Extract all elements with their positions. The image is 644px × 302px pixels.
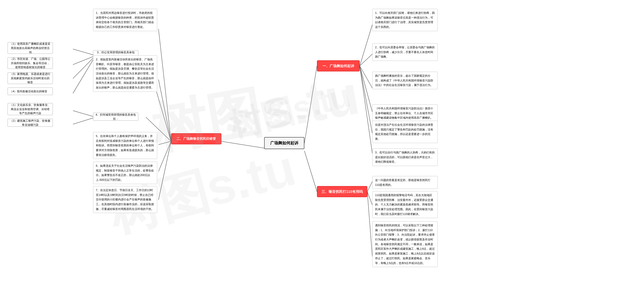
police-item-3: （3）家用电器、乐器或者是进行其他家庭室内娱乐活动时发出的噪音 bbox=[8, 72, 53, 84]
right-text-3-content: 跳广场舞时播放的音乐，超出了国家规定的分贝，就构成了《中华人民共和国环境噪音污染… bbox=[375, 74, 433, 87]
level1-node-1[interactable]: 一、广场舞如何起诉 bbox=[317, 60, 360, 71]
right-text-7-content: 这一问题的答案是肯定的，那就是噪音扰民打110是有用的。 bbox=[375, 179, 430, 186]
chengguan-item-1: （1）文化娱乐业、饮食服务业、商业企业业和使用空调、冷却塔等产生的噪声污染 bbox=[8, 103, 53, 115]
sub-branch-chengguan-label: 4、归市城管局管理的噪音具体包括： bbox=[95, 113, 136, 121]
right-text-9: 遇到噪音扰民的情况，可以采取以下三种处理措施：1、向当地环境保护部门投诉；2、拨… bbox=[372, 221, 438, 267]
left-text-1: 1、当居民对周边噪音进行投诉时，市政府的投诉受理中心会根据噪音的种类，把投诉件超… bbox=[93, 9, 157, 31]
svg-line-25 bbox=[367, 192, 372, 205]
right-text-6-content: 3、也可以自行与跳广场舞的人协商，大妈们有的是比较好说话的，可以跟他们讲是在声音… bbox=[375, 151, 435, 163]
svg-line-22 bbox=[360, 66, 372, 133]
right-text-8: 110是我国通用的报警电话号码，其在大陆地区除负责受理刑事、治安案件外，还接受群… bbox=[372, 191, 438, 218]
svg-line-13 bbox=[158, 29, 171, 141]
chengguan-item-1-label: （1）文化娱乐业、饮食服务业、商业企业业和使用空调、冷却塔等产生的噪声污染 bbox=[10, 103, 51, 115]
level1-label-0: 二、广场舞噪音扰民归谁管 bbox=[177, 136, 216, 141]
svg-line-15 bbox=[158, 141, 171, 145]
chengguan-item-2: （2）建筑施工噪声污染、饮食服务业油烟污染 bbox=[8, 119, 53, 127]
canvas: 树图s.tu 树图s.tu bbox=[0, 0, 644, 302]
left-text-1-content: 1、当居民对周边噪音进行投诉时，市政府的投诉受理中心会根据噪音的种类，把投诉件超… bbox=[96, 11, 154, 28]
svg-line-16 bbox=[158, 141, 171, 171]
watermark-big: 树图s.tu bbox=[146, 58, 365, 168]
svg-line-11 bbox=[73, 111, 96, 117]
level1-label-2: 三、噪音扰民打110有用吗 bbox=[321, 189, 363, 194]
right-text-1-content: 1、可以向相关部门反映，请他们来进行协商，因为跑广场舞如果说噪音过高是一种违法行… bbox=[375, 11, 435, 28]
right-text-4-content: 《中华人民共和国环境噪音污染防治法》第四十五条明确规定，禁止任何单位、个人在城市… bbox=[375, 107, 433, 119]
svg-line-26 bbox=[367, 192, 372, 256]
svg-line-12 bbox=[73, 117, 96, 124]
police-item-2-label: （2）市区街道、广场、公园等公共场所组织娱乐、集会等活动，使用音响器材发出的噪音 bbox=[10, 57, 51, 69]
svg-line-3 bbox=[304, 66, 317, 143]
svg-line-2 bbox=[221, 141, 264, 148]
svg-line-23 bbox=[360, 66, 372, 153]
svg-line-18 bbox=[360, 25, 372, 66]
police-item-4: （4）室内装修活动发出的噪音 bbox=[8, 88, 53, 95]
svg-line-9 bbox=[73, 56, 96, 78]
left-text-5-content: 7、在法定休息日、节假日全天、工作日的12时至14时以及18时到次日8时的时候，… bbox=[96, 189, 154, 210]
left-text-3-content: 5、任何单位和个人都有保护声环境的义务，并且有权利对造成噪音污染的单位和个人进行… bbox=[96, 135, 154, 156]
right-text-5-content: 但是对违法产生社会生活环境噪音污染的法律责任，我国只规定了警告和罚款的处罚措施，… bbox=[375, 123, 433, 140]
left-text-2-content: 2、假如是室内装修活动所发出的噪音、广场高音喇叭、叫卖等噪音，都是由公安机关为主… bbox=[96, 58, 154, 89]
svg-line-21 bbox=[360, 66, 372, 112]
left-text-4-content: 6、如果违反关于社会生活噪声污染防治的法律规定，制造噪音干扰他人正常生活的，处警… bbox=[96, 164, 154, 181]
right-text-2: 2、也可以向居委会举报，让居委会与跳广场舞的人进行协商，减少分贝，尽量不要在人休… bbox=[372, 43, 438, 61]
svg-line-10 bbox=[73, 56, 96, 93]
svg-line-17 bbox=[158, 141, 171, 200]
center-node: 广场舞如何起诉 bbox=[264, 137, 304, 149]
svg-line-8 bbox=[73, 56, 96, 65]
police-item-2: （2）市区街道、广场、公园等公共场所组织娱乐、集会等活动，使用音响器材发出的噪音 bbox=[8, 57, 53, 69]
right-text-6: 3、也可以自行与跳广场舞的人协商，大妈们有的是比较好说话的，可以跟他们讲是在声音… bbox=[372, 148, 438, 166]
police-item-3-label: （3）家用电器、乐器或者是进行其他家庭室内娱乐活动时发出的噪音 bbox=[10, 72, 51, 84]
left-text-5: 7、在法定休息日、节假日全天、工作日的12时至14时以及18时到次日8时的时候，… bbox=[93, 186, 157, 213]
right-text-3: 跳广场舞时播放的音乐，超出了国家规定的分贝，就构成了《中华人民共和国环境噪音污染… bbox=[372, 72, 438, 89]
svg-line-4 bbox=[304, 151, 317, 192]
svg-line-19 bbox=[360, 54, 372, 66]
level1-node-0[interactable]: 二、广场舞噪音扰民归谁管 bbox=[171, 133, 221, 144]
level1-node-2[interactable]: 三、噪音扰民打110有用吗 bbox=[317, 186, 367, 197]
left-text-3: 5、任何单位和个人都有保护声环境的义务，并且有权利对造成噪音污染的单位和个人进行… bbox=[93, 132, 157, 159]
right-text-2-content: 2、也可以向居委会举报，让居委会与跳广场舞的人进行协商，减少分贝，尽量不要在人休… bbox=[375, 46, 435, 58]
chengguan-item-2-label: （2）建筑施工噪声污染、饮食服务业油烟污染 bbox=[10, 119, 51, 127]
center-node-label: 广场舞如何起诉 bbox=[270, 140, 298, 146]
police-item-4-label: （4）室内装修活动发出的噪音 bbox=[10, 89, 47, 94]
right-text-5: 但是对违法产生社会生活环境噪音污染的法律责任，我国只规定了警告和罚款的处罚措施，… bbox=[372, 121, 438, 143]
right-text-7: 这一问题的答案是肯定的，那就是噪音扰民打110是有用的。 bbox=[372, 176, 438, 189]
right-text-8-content: 110是我国通用的报警电话号码，其在大陆地区除负责受理刑事、治安案件外，还接受群… bbox=[375, 194, 433, 215]
right-text-1: 1、可以向相关部门反映，请他们来进行协商，因为跑广场舞如果说噪音过高是一种违法行… bbox=[372, 9, 438, 31]
svg-text:树图s.tu: 树图s.tu bbox=[225, 77, 354, 145]
police-item-1: （1）使用高音广播喇叭或者是采用其他发出高噪声的商业经营活动 bbox=[8, 42, 53, 54]
sub-branch-chengguan: 4、归市城管局管理的噪音具体包括： bbox=[93, 113, 138, 121]
left-text-4: 6、如果违反关于社会生活噪声污染防治的法律规定，制造噪音干扰他人正常生活的，处警… bbox=[93, 162, 157, 184]
police-item-1-label: （1）使用高音广播喇叭或者是采用其他发出高噪声的商业经营活动 bbox=[10, 42, 51, 54]
right-text-4: 《中华人民共和国环境噪音污染防治法》第四十五条明确规定，禁止任何单位、个人在城市… bbox=[372, 104, 438, 122]
level1-label-1: 一、广场舞如何起诉 bbox=[323, 63, 354, 69]
svg-line-7 bbox=[73, 49, 96, 56]
svg-line-20 bbox=[360, 66, 372, 88]
svg-line-14 bbox=[158, 79, 171, 141]
right-text-9-content: 遇到噪音扰民的情况，可以采取以下三种处理措施：1、向当地环境保护部门投诉；2、拨… bbox=[375, 224, 435, 265]
left-text-2: 2、假如是室内装修活动所发出的噪音、广场高音喇叭、叫卖等噪音，都是由公安机关为主… bbox=[93, 55, 157, 92]
svg-line-24 bbox=[367, 182, 372, 192]
